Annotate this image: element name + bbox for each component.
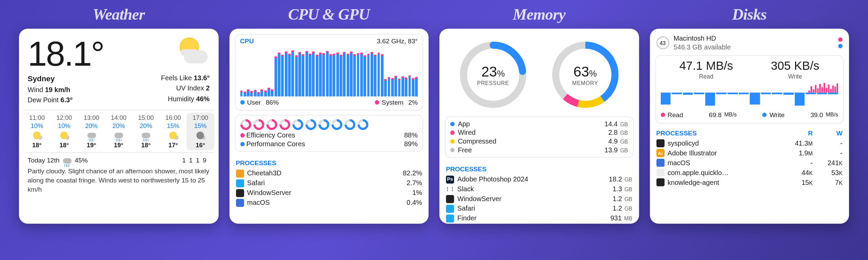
disk-processes-header: PROCESSES RW	[655, 128, 844, 138]
process-row[interactable]: AiAdobe Illustrator1.9M-	[655, 148, 844, 158]
read-legend: Read	[660, 111, 683, 118]
process-row[interactable]: macOS0.4%	[235, 198, 423, 208]
disks-card: 43 Macintosh HD 546.3 GB available 47.1 …	[650, 29, 849, 224]
process-row[interactable]: Safari1.2 GB	[445, 204, 633, 214]
cpu-usage-chart	[235, 47, 423, 96]
hourly-slot[interactable]: 14:0020%19°	[105, 113, 132, 150]
process-row[interactable]: knowledge-agent15K7K	[655, 177, 844, 187]
today-description: Partly cloudy. Slight chance of an after…	[28, 167, 210, 194]
process-row[interactable]: Cheetah3D82.2%	[235, 169, 423, 178]
process-row[interactable]: macOS-241K	[655, 158, 844, 168]
hourly-forecast[interactable]: 11:0010%18°12:0010%18°13:0020%19°14:0020…	[23, 110, 214, 153]
process-row[interactable]: WindowServer1.2 GB	[445, 194, 633, 204]
today-label: Today 12th 45%	[28, 156, 88, 166]
location-label: Sydney	[28, 73, 73, 85]
process-row[interactable]: syspolicyd41.3M-	[655, 138, 844, 148]
cpu-label: CPU	[240, 37, 254, 45]
section-title-memory: Memory	[439, 5, 639, 23]
weather-condition-icon	[172, 36, 210, 67]
cpu-card: CPU 3.62 GHz, 83° User86% System2% Effic…	[229, 29, 429, 224]
core-rings	[235, 115, 423, 131]
disk-temp-badge: 43	[656, 37, 669, 49]
write-legend: Write	[763, 111, 785, 118]
hourly-slot[interactable]: 11:0010%18°	[23, 113, 51, 150]
process-row[interactable]: ⋮⋮Slack1.3 GB	[445, 184, 633, 194]
hourly-slot[interactable]: 15:0020%18°	[132, 113, 159, 150]
write-indicator-icon	[838, 38, 843, 42]
humidity-row: Humidity 46%	[161, 94, 210, 105]
memory-row: Compressed4.9 GB	[450, 137, 628, 146]
memory-processes-header: PROCESSES	[445, 162, 633, 174]
hourly-slot[interactable]: 17:0015%16°	[187, 113, 214, 150]
disk-name: Macintosh HD	[673, 34, 834, 43]
memory-row: Free13.9 GB	[450, 146, 628, 154]
disk-io-chart	[660, 82, 838, 108]
process-row[interactable]: Finder931 MB	[445, 213, 633, 223]
section-title-weather: Weather	[19, 5, 218, 23]
section-title-disks: Disks	[650, 5, 849, 23]
uvindex-row: UV Index 2	[161, 84, 210, 94]
perf-cores-row: Performance Cores89%	[235, 140, 423, 151]
dewpoint-row: Dew Point 6.3°	[28, 95, 73, 106]
cpu-system-legend: System2%	[375, 99, 418, 106]
process-row[interactable]: PsAdobe Photoshop 202418.2 GB	[445, 174, 633, 184]
disk-available: 546.3 GB available	[673, 43, 834, 52]
hourly-slot[interactable]: 16:0015%17°	[160, 113, 187, 150]
write-rate: 305 KB/sWrite	[771, 59, 819, 80]
hourly-slot[interactable]: 12:0010%18°	[51, 113, 78, 150]
cpu-processes-header: PROCESSES	[235, 156, 423, 169]
memory-row: Wired2.8 GB	[450, 128, 628, 137]
read-rate: 47.1 MB/sRead	[679, 59, 733, 80]
pressure-gauge: 23%PRESSURE	[458, 40, 528, 110]
memory-row: App14.4 GB	[450, 120, 628, 129]
process-row[interactable]: WindowServer1%	[235, 188, 423, 198]
memory-breakdown: App14.4 GBWired2.8 GBCompressed4.9 GBFre…	[445, 116, 633, 158]
process-row[interactable]: com.apple.quicklo…44K53K	[655, 168, 844, 177]
rain-icon	[63, 158, 72, 164]
wind-row: Wind 19 km/h	[28, 85, 73, 95]
feelslike-row: Feels Like 13.6°	[161, 73, 210, 84]
eff-cores-row: Efficiency Cores88%	[235, 131, 423, 140]
memory-card: 23%PRESSURE 63%MEMORY App14.4 GBWired2.8…	[439, 29, 639, 224]
current-temp: 18.1°	[28, 36, 104, 71]
cpu-user-legend: User86%	[240, 99, 279, 106]
weather-card: 18.1° Sydney Wind 19 km/h Dew Point 6.3°…	[19, 29, 218, 224]
process-row[interactable]: Safari2.7%	[235, 178, 423, 188]
today-hilo: 1119	[182, 156, 210, 166]
section-title-cpu: CPU & GPU	[229, 5, 429, 23]
hourly-slot[interactable]: 13:0020%19°	[78, 113, 105, 150]
cpu-freq-temp: 3.62 GHz, 83°	[377, 37, 418, 45]
memory-gauge: 63%MEMORY	[550, 40, 620, 110]
read-indicator-icon	[838, 44, 843, 48]
